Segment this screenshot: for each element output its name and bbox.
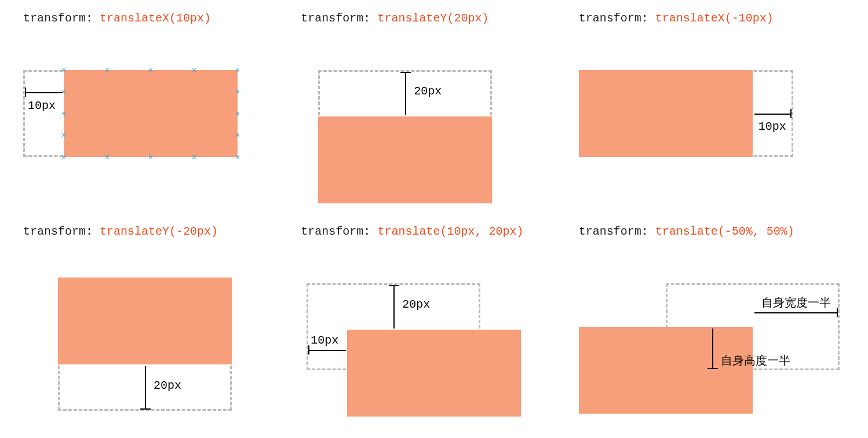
property-name: transform: <box>23 12 93 25</box>
dimension-label: 自身高度一半 <box>721 353 790 368</box>
css-declaration: transform: translateX(10px) <box>23 12 289 25</box>
resize-handle-icon: × <box>104 67 111 74</box>
resize-handle-icon: × <box>234 110 241 117</box>
resize-handle-icon: × <box>147 154 154 160</box>
dimension-tick <box>790 109 792 118</box>
dimension-tick <box>140 408 151 410</box>
translated-box <box>318 116 492 203</box>
resize-handle-icon: × <box>234 154 241 160</box>
dimension-tick <box>400 72 411 73</box>
resize-handle-icon: × <box>104 154 111 160</box>
example-translatex-positive: transform: translateX(10px) × × × × × × … <box>23 12 289 213</box>
property-name: transform: <box>301 12 370 25</box>
css-declaration: transform: translate(-50%, 50%) <box>579 225 845 238</box>
diagram: 10px <box>579 47 845 213</box>
example-translate-percent: transform: translate(-50%, 50%) 自身宽度一半 自… <box>579 225 845 426</box>
translated-box <box>579 327 753 414</box>
resize-handle-icon: × <box>60 154 67 160</box>
diagram: 20px 10px <box>301 260 567 426</box>
property-value: translateY(20px) <box>377 12 488 25</box>
dimension-label: 10px <box>28 99 56 112</box>
translated-box <box>347 330 521 417</box>
dimension-label: 20px <box>402 298 430 311</box>
dimension-line <box>712 329 713 369</box>
dimension-label: 20px <box>154 379 181 392</box>
resize-handle-icon: × <box>60 67 67 74</box>
diagram: × × × × × × × × × × × × × × × × 10px <box>23 47 289 213</box>
resize-handle-icon: × <box>234 67 241 74</box>
diagram: 20px <box>301 47 567 213</box>
property-value: translate(-50%, 50%) <box>655 225 794 238</box>
dimension-line <box>405 72 406 115</box>
dimension-line <box>145 366 146 410</box>
dimension-tick <box>707 368 718 369</box>
dimension-line <box>25 92 63 93</box>
dimension-tick <box>25 87 26 97</box>
translated-box <box>58 278 232 364</box>
css-declaration: transform: translateY(20px) <box>301 12 567 25</box>
resize-handle-icon: × <box>191 154 198 160</box>
resize-handle-icon: × <box>191 67 198 74</box>
css-declaration: transform: translate(10px, 20px) <box>301 225 567 238</box>
resize-handle-icon: × <box>234 88 241 95</box>
dimension-line <box>754 114 792 115</box>
diagram: 20px <box>23 260 289 426</box>
example-translatex-negative: transform: translateX(-10px) 10px <box>579 12 845 213</box>
example-translatey-positive: transform: translateY(20px) 20px <box>301 12 567 213</box>
property-name: transform: <box>301 225 370 238</box>
property-value: translateX(10px) <box>100 12 211 25</box>
resize-handle-icon: × <box>234 132 241 138</box>
property-value: translateY(-20px) <box>100 225 218 238</box>
property-value: translateX(-10px) <box>655 12 774 25</box>
dimension-label: 10px <box>311 334 338 347</box>
property-name: transform: <box>23 225 93 238</box>
example-translate-xy: transform: translate(10px, 20px) 20px 10… <box>301 225 567 426</box>
css-declaration: transform: translateY(-20px) <box>23 225 289 238</box>
css-declaration: transform: translateX(-10px) <box>579 12 845 25</box>
example-translatey-negative: transform: translateY(-20px) 20px <box>23 225 289 426</box>
dimension-label: 20px <box>414 85 442 98</box>
translated-box <box>579 70 753 157</box>
property-value: translate(10px, 20px) <box>377 225 523 238</box>
dimension-line <box>754 312 838 313</box>
dimension-line <box>393 285 395 329</box>
dimension-tick <box>837 308 838 317</box>
dimension-tick <box>308 345 309 355</box>
resize-handle-icon: × <box>147 67 154 74</box>
resize-handle-icon: × <box>60 132 67 138</box>
dimension-label: 自身宽度一半 <box>761 295 831 311</box>
dimension-label: 10px <box>758 120 786 133</box>
dimension-line <box>308 350 346 351</box>
resize-handle-icon: × <box>60 110 67 117</box>
dimension-tick <box>389 285 399 286</box>
property-name: transform: <box>579 225 648 238</box>
diagram: 自身宽度一半 自身高度一半 <box>579 260 845 426</box>
translated-box <box>64 70 238 157</box>
property-name: transform: <box>579 12 648 25</box>
resize-handle-icon: × <box>60 88 67 95</box>
